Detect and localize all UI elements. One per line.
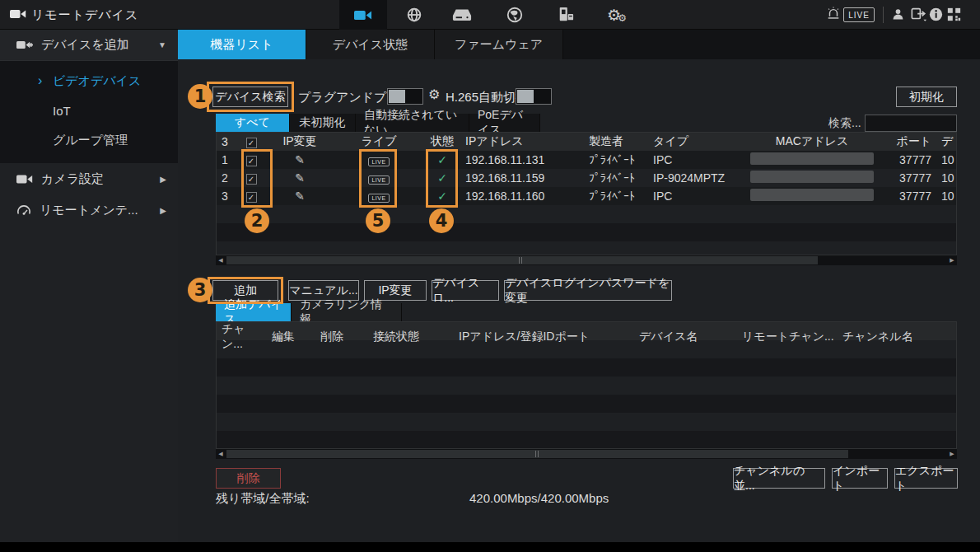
device-table: 3 ✓ IP変更 ライブ 状態 IPアドレス 製造者 タイプ MACアドレス ポ… [216, 132, 957, 255]
edit-ip-icon[interactable]: ✎ [295, 171, 305, 185]
select-all-checkbox[interactable]: ✓ [246, 138, 257, 148]
tab-device-status[interactable]: デバイス状態 [306, 30, 435, 59]
sidebar-item-group-management[interactable]: グループ管理 [0, 125, 178, 155]
bottom-bar [0, 542, 980, 552]
chevron-right-icon: ▶ [160, 206, 166, 215]
table-row[interactable]: 3 ✓ ✎ LIVE ✓ 192.168.11.160 ﾌﾟﾗｲﾍﾞｰﾄ IPC… [217, 187, 956, 205]
channel-sort-button[interactable]: チャンネルの並... [733, 468, 825, 489]
mac-redacted [750, 152, 874, 165]
import-button[interactable]: インポート [832, 468, 888, 489]
tab-added-device[interactable]: 追加デバイス [216, 303, 292, 321]
live-preview-button[interactable]: LIVE [368, 175, 389, 185]
top-bar: リモートデバイス ⚙⚙ LIVE [0, 0, 980, 30]
delete-button[interactable]: 削除 [216, 468, 281, 489]
nav-camera-icon[interactable] [339, 0, 387, 30]
topbar-divider [883, 7, 884, 23]
export-button[interactable]: エクスポート [894, 468, 958, 489]
nav-network-icon[interactable] [390, 0, 438, 30]
camera-icon [10, 7, 26, 21]
edit-ip-icon[interactable]: ✎ [295, 153, 305, 166]
sidebar-item-video-device[interactable]: ビデオデバイス [0, 66, 178, 96]
remote-device-screen: リモートデバイス ⚙⚙ LIVE [0, 0, 980, 552]
plug-and-play-toggle[interactable] [387, 88, 423, 105]
table-row[interactable]: 1 ✓ ✎ LIVE ✓ 192.168.11.131 ﾌﾟﾗｲﾍﾞｰﾄ IPC… [217, 151, 956, 169]
callout-2: 2 [245, 208, 269, 233]
col-port: ポート [882, 134, 936, 149]
col-ip: IPアドレス [457, 134, 582, 149]
filter-tab-uninitialized[interactable]: 未初期化 [290, 114, 356, 132]
nav-settings-gears-icon[interactable]: ⚙⚙ [593, 0, 641, 30]
scroll-left-icon[interactable]: ◀ [216, 255, 226, 265]
bandwidth-value: 420.00Mbps/420.00Mbps [469, 491, 609, 505]
empty-rows [217, 205, 956, 255]
tab-firmware[interactable]: ファームウェア [435, 30, 563, 59]
gear-icon: ⚙ [428, 87, 440, 102]
live-preview-button[interactable]: LIVE [368, 157, 389, 166]
device-login-button[interactable]: デバイスロ... [432, 280, 499, 301]
row-checkbox[interactable]: ✓ [246, 192, 257, 203]
table-row[interactable]: 2 ✓ ✎ LIVE ✓ 192.168.11.159 ﾌﾟﾗｲﾍﾞｰﾄ IP-… [217, 169, 956, 187]
alarm-icon[interactable] [826, 7, 841, 21]
col-remote-channel: リモートチャン... [739, 330, 838, 344]
nav-storage-icon[interactable] [438, 0, 486, 30]
col-truncated: デ [936, 134, 956, 149]
row-checkbox[interactable]: ✓ [246, 174, 257, 185]
tab-device-list[interactable]: 機器リスト [178, 30, 306, 59]
sidebar-item-add-device[interactable]: デバイスを追加 ▼ [0, 30, 178, 61]
user-icon[interactable] [891, 7, 905, 21]
col-channel: チャン... [217, 322, 263, 352]
callout-4: 4 [429, 208, 454, 233]
device-count: 3 [217, 135, 233, 148]
filter-tab-all[interactable]: すべて [216, 114, 290, 132]
col-delete: 削除 [304, 330, 360, 344]
sidebar-submenu: ビデオデバイス IoT グループ管理 [0, 61, 178, 163]
added-device-table: チャン... 編集 削除 接続状態 IPアドレス/登録IDポート デバイス名 リ… [216, 321, 957, 449]
change-login-password-button[interactable]: デバイスログインパスワードを変更 [504, 280, 672, 301]
main-tabs: 機器リスト デバイス状態 ファームウェア [178, 30, 980, 59]
status-ok-icon: ✓ [437, 153, 447, 166]
h265-toggle[interactable] [516, 88, 552, 105]
status-ok-icon: ✓ [437, 189, 447, 203]
sidebar-item-label: デバイスを追加 [41, 37, 129, 53]
filter-tab-not-auto-connected[interactable]: 自動接続されていない [356, 114, 469, 132]
camera-plus-icon [16, 39, 33, 51]
col-mac: MACアドレス [742, 134, 882, 149]
chevron-right-icon: ▶ [160, 175, 166, 184]
device-table-hscrollbar[interactable]: ◀ ▶ [216, 255, 957, 265]
filter-tab-poe[interactable]: PoEデバイス [469, 114, 540, 132]
col-ip-register-port: IPアドレス/登録IDポート [432, 330, 612, 344]
logout-icon[interactable] [911, 7, 927, 21]
col-status: 状態 [427, 134, 457, 149]
row-checkbox[interactable]: ✓ [246, 156, 257, 166]
qr-code-icon[interactable] [947, 7, 961, 21]
col-manufacturer: 製造者 [582, 134, 648, 149]
sidebar-item-iot[interactable]: IoT [0, 96, 178, 125]
added-table-header: チャン... 編集 削除 接続状態 IPアドレス/登録IDポート デバイス名 リ… [217, 322, 956, 340]
sidebar-item-remote-maintenance[interactable]: リモートメンテ... ▶ [0, 194, 178, 226]
scroll-right-icon[interactable]: ▶ [947, 449, 957, 459]
bandwidth-label: 残り帯域/全帯域: [216, 491, 310, 507]
sidebar: デバイスを追加 ▼ ビデオデバイス IoT グループ管理 カメラ設定 ▶ リモー… [0, 30, 178, 542]
scroll-right-icon[interactable]: ▶ [947, 255, 957, 265]
callout-5: 5 [366, 208, 390, 233]
tab-camera-link-info[interactable]: カメラリンク情報 [292, 303, 402, 321]
col-type: タイプ [648, 134, 742, 149]
info-icon[interactable] [929, 7, 943, 21]
camera-icon [16, 173, 33, 185]
added-table-hscrollbar[interactable]: ◀ ▶ [216, 449, 957, 459]
nav-web-icon[interactable] [491, 0, 539, 30]
col-device-name: デバイス名 [612, 330, 739, 344]
empty-rows [217, 340, 956, 448]
nav-host-icon[interactable] [542, 0, 590, 30]
search-input[interactable] [865, 115, 957, 132]
scroll-left-icon[interactable]: ◀ [216, 449, 226, 459]
device-search-button[interactable]: デバイス検索 [212, 87, 288, 107]
col-modify-ip: IP変更 [269, 134, 330, 149]
gauge-icon [16, 203, 31, 217]
initialize-button[interactable]: 初期化 [896, 87, 957, 107]
live-mode-button[interactable]: LIVE [843, 7, 875, 22]
sidebar-item-camera-settings[interactable]: カメラ設定 ▶ [0, 163, 178, 194]
edit-ip-icon[interactable]: ✎ [295, 189, 305, 203]
live-preview-button[interactable]: LIVE [368, 194, 389, 203]
status-ok-icon: ✓ [437, 171, 447, 185]
